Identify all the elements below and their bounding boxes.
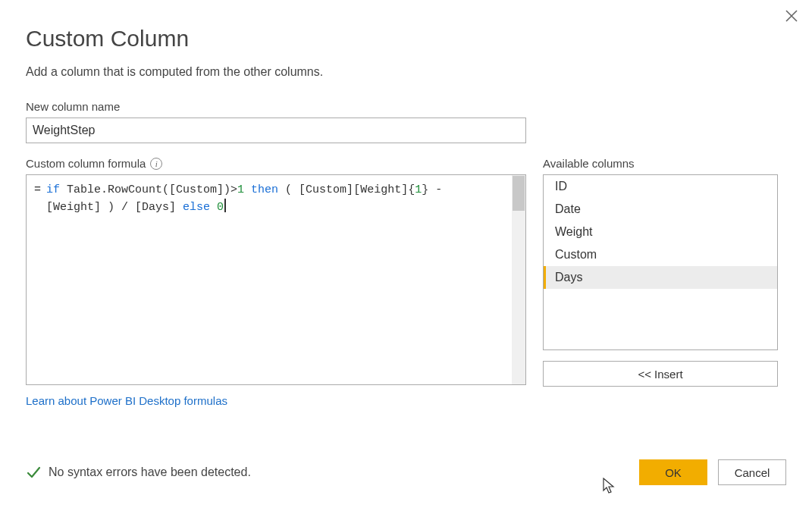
close-button[interactable] <box>785 9 798 23</box>
column-item-weight[interactable]: Weight <box>544 221 777 243</box>
info-icon[interactable]: i <box>150 158 162 170</box>
formula-scrollbar-track[interactable] <box>512 175 525 384</box>
dialog-title: Custom Column <box>26 26 786 52</box>
equals-sign: = <box>34 181 41 199</box>
formula-label: Custom column formula <box>26 157 146 170</box>
dialog-subtitle: Add a column that is computed from the o… <box>26 65 786 79</box>
cancel-button[interactable]: Cancel <box>718 459 786 485</box>
new-column-name-input[interactable] <box>26 118 526 143</box>
learn-formulas-link[interactable]: Learn about Power BI Desktop formulas <box>26 394 227 407</box>
column-item-date[interactable]: Date <box>544 198 777 221</box>
text-cursor <box>224 199 226 212</box>
close-icon <box>785 9 798 23</box>
insert-button[interactable]: << Insert <box>543 361 778 387</box>
status-message: No syntax errors have been detected. <box>49 465 251 479</box>
new-column-name-label: New column name <box>26 100 786 113</box>
column-item-days[interactable]: Days <box>544 266 777 289</box>
formula-scrollbar-thumb[interactable] <box>513 176 525 211</box>
ok-button[interactable]: OK <box>639 459 707 485</box>
formula-editor[interactable]: = if Table.RowCount([Custom])>1 then ( [… <box>26 174 526 385</box>
available-columns-label: Available columns <box>543 157 778 170</box>
available-columns-list[interactable]: IDDateWeightCustomDays <box>543 174 778 350</box>
check-icon <box>26 465 41 480</box>
column-item-id[interactable]: ID <box>544 175 777 198</box>
column-item-custom[interactable]: Custom <box>544 243 777 266</box>
